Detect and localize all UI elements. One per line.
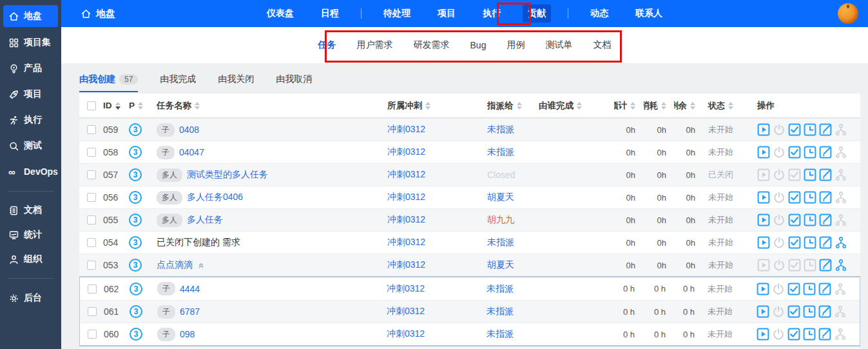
log-effort-icon[interactable]: [803, 283, 816, 295]
start-task-icon[interactable]: [757, 283, 769, 295]
sprint-link[interactable]: 冲刺0312: [387, 124, 425, 135]
assignee[interactable]: 未指派: [487, 328, 514, 340]
subnav-item-bug[interactable]: Bug: [470, 40, 487, 50]
column-header-priority[interactable]: P: [129, 101, 157, 110]
sidebar-item-program[interactable]: 项目集: [0, 30, 61, 55]
column-header-remain[interactable]: 剩余: [674, 100, 703, 112]
task-name-link[interactable]: 点点滴滴: [157, 259, 193, 271]
edit-task-icon[interactable]: [819, 123, 832, 136]
column-header-estimate[interactable]: 预计: [614, 100, 643, 112]
create-subtask-icon[interactable]: [834, 283, 847, 295]
create-subtask-icon[interactable]: [834, 305, 847, 318]
assignee[interactable]: 未指派: [487, 124, 514, 135]
row-checkbox[interactable]: [88, 330, 97, 339]
sprint-link[interactable]: 冲刺0312: [387, 328, 425, 340]
close-task-icon[interactable]: [773, 259, 786, 272]
assignee[interactable]: 未指派: [487, 306, 514, 317]
finish-task-icon[interactable]: [787, 305, 800, 318]
create-subtask-icon[interactable]: [834, 168, 847, 181]
edit-task-icon[interactable]: [819, 214, 832, 226]
assignee[interactable]: 胡九九: [487, 214, 514, 226]
start-task-icon[interactable]: [757, 328, 769, 341]
finish-task-icon[interactable]: [788, 214, 801, 226]
row-checkbox[interactable]: [87, 193, 96, 202]
row-checkbox[interactable]: [88, 284, 97, 294]
sprint-link[interactable]: 冲刺0312: [387, 283, 425, 295]
subnav-item-task[interactable]: 任务: [318, 39, 336, 51]
log-effort-icon[interactable]: [804, 191, 816, 204]
finish-task-icon[interactable]: [788, 123, 801, 136]
start-task-icon[interactable]: [757, 259, 770, 272]
assignee[interactable]: Closed: [487, 170, 516, 180]
task-name-link[interactable]: 多人任务: [187, 214, 223, 226]
task-name-link[interactable]: 0408: [179, 125, 199, 135]
assignee[interactable]: 胡夏天: [487, 192, 514, 203]
finish-task-icon[interactable]: [788, 191, 801, 204]
select-all-checkbox[interactable]: [87, 101, 96, 110]
topbar-item-calendar[interactable]: 日程: [316, 5, 344, 23]
sprint-link[interactable]: 冲刺0312: [387, 192, 425, 203]
log-effort-icon[interactable]: [804, 146, 816, 159]
sprint-link[interactable]: 冲刺0312: [387, 169, 425, 181]
log-effort-icon[interactable]: [804, 168, 816, 181]
sidebar-item-execution[interactable]: 执行: [0, 107, 61, 133]
create-subtask-icon[interactable]: [834, 123, 847, 136]
subnav-item-requirement[interactable]: 研发需求: [414, 39, 450, 51]
task-name-link[interactable]: 04047: [179, 147, 204, 157]
finish-task-icon[interactable]: [788, 146, 801, 159]
sidebar-item-report[interactable]: 统计: [0, 223, 61, 247]
topbar-item-todo[interactable]: 待处理: [378, 5, 416, 23]
start-task-icon[interactable]: [757, 236, 770, 249]
close-task-icon[interactable]: [773, 146, 786, 159]
start-task-icon[interactable]: [757, 191, 770, 204]
start-task-icon[interactable]: [757, 123, 770, 136]
edit-task-icon[interactable]: [819, 191, 832, 204]
edit-task-icon[interactable]: [818, 305, 831, 318]
row-checkbox[interactable]: [87, 125, 96, 134]
sidebar-item-admin[interactable]: 后台: [0, 285, 61, 311]
subnav-item-doc[interactable]: 文档: [593, 39, 611, 51]
close-task-icon[interactable]: [773, 191, 786, 204]
sidebar-item-home[interactable]: 地盘: [3, 5, 58, 27]
row-checkbox[interactable]: [87, 170, 96, 179]
edit-task-icon[interactable]: [819, 146, 832, 159]
column-header-consumed[interactable]: 消耗: [643, 100, 674, 112]
log-effort-icon[interactable]: [804, 214, 816, 226]
topbar-item-dashboard[interactable]: 仪表盘: [262, 5, 299, 23]
column-header-name[interactable]: 任务名称: [157, 100, 387, 112]
close-task-icon[interactable]: [773, 168, 786, 181]
log-effort-icon[interactable]: [804, 259, 816, 272]
create-subtask-icon[interactable]: [834, 146, 847, 159]
topbar-item-execution[interactable]: 执行: [477, 5, 506, 23]
log-effort-icon[interactable]: [804, 236, 816, 249]
start-task-icon[interactable]: [757, 146, 770, 159]
user-avatar[interactable]: [838, 3, 858, 24]
assignee[interactable]: 未指派: [487, 283, 514, 295]
assignee[interactable]: 未指派: [487, 237, 514, 248]
create-subtask-icon[interactable]: [834, 259, 847, 272]
assignee[interactable]: 胡夏天: [487, 259, 514, 271]
topbar-item-contribution[interactable]: 贡献: [523, 5, 551, 23]
row-checkbox[interactable]: [87, 215, 96, 224]
tab-closed-by-me[interactable]: 由我关闭: [218, 74, 254, 92]
column-header-id[interactable]: ID: [103, 101, 129, 110]
edit-task-icon[interactable]: [819, 259, 832, 272]
create-subtask-icon[interactable]: [834, 328, 847, 341]
collapse-children-icon[interactable]: [197, 261, 205, 269]
subnav-item-case[interactable]: 用例: [506, 39, 525, 51]
close-task-icon[interactable]: [772, 328, 785, 341]
subnav-item-testtask[interactable]: 测试单: [545, 39, 572, 51]
topbar-item-contacts[interactable]: 联系人: [630, 5, 668, 23]
task-name-link[interactable]: 6787: [180, 306, 200, 317]
log-effort-icon[interactable]: [803, 328, 816, 341]
edit-task-icon[interactable]: [819, 168, 832, 181]
sidebar-item-product[interactable]: 产品: [0, 55, 61, 81]
sprint-link[interactable]: 冲刺0312: [387, 306, 425, 317]
close-task-icon[interactable]: [773, 236, 786, 249]
finish-task-icon[interactable]: [788, 168, 801, 181]
sidebar-item-qa[interactable]: 测试: [0, 133, 61, 159]
column-header-finisher[interactable]: 由谁完成: [539, 100, 614, 112]
sprint-link[interactable]: 冲刺0312: [387, 146, 425, 158]
finish-task-icon[interactable]: [787, 328, 800, 341]
assignee[interactable]: 未指派: [487, 146, 514, 158]
